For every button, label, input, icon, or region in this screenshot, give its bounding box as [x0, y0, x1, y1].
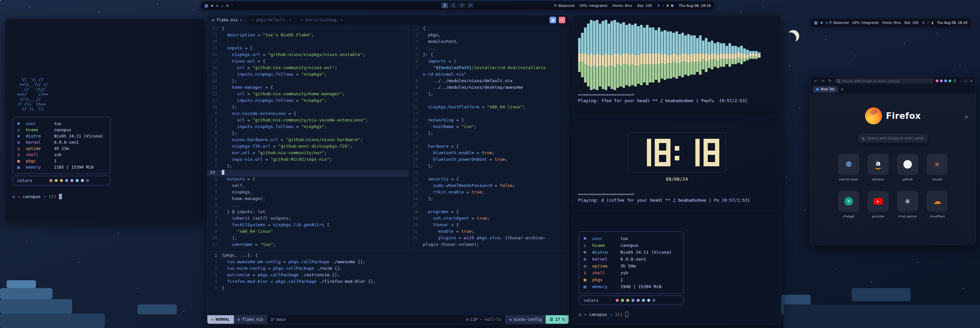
shortcut-tile[interactable]: ✳ [897, 191, 918, 212]
workspace-button-1[interactable]: 1 [442, 3, 448, 8]
shortcut-youtube[interactable]: ▶youtube [868, 191, 889, 218]
shortcut-amazon[interactable]: aamazon [868, 154, 889, 181]
tag-icon[interactable]: ● [826, 21, 828, 24]
code-line: 17 [409, 137, 569, 144]
shell-prompt[interactable]: ⌂→canopus~))) [13, 194, 197, 200]
visualizer-bar [743, 48, 746, 62]
newtab-search-bar[interactable] [858, 133, 928, 143]
tag-icon[interactable]: ■ [226, 4, 229, 7]
horizon-band [783, 304, 980, 328]
reload-button[interactable]: ↻ [827, 79, 833, 83]
close-button[interactable]: × [970, 79, 973, 83]
audio-visualizer [578, 20, 776, 90]
media-icon[interactable]: ♪ [662, 3, 664, 7]
buffer-pick-button[interactable]: ◉ [550, 17, 556, 23]
url-input[interactable] [842, 79, 931, 83]
shortcut-chat.openai[interactable]: ✳chat.openai [897, 191, 918, 218]
media-icon[interactable]: ♪ [927, 21, 929, 25]
terminal-window-fastfetch[interactable]: \\ \\ // ==\\__\\/ // // \\// ==// //== … [5, 19, 205, 222]
newtab-search-input[interactable] [867, 136, 924, 140]
shortcut-tile[interactable]: ✳ [838, 191, 859, 212]
tab-new-tab[interactable]: New Tab [813, 86, 838, 93]
notifications-icon[interactable]: ● [671, 3, 674, 7]
shortcut-label: cloudflare [927, 214, 948, 218]
shortcut-search.nixos[interactable]: ❆search.nixos [838, 154, 859, 181]
forward-button[interactable]: → [820, 79, 826, 83]
editor-pane-flake[interactable]: 22{21 description = "tux's NixOS Flake";… [207, 25, 409, 251]
shortcut-github[interactable]: github [897, 154, 918, 181]
network-icon[interactable]: ⇅ [922, 21, 924, 25]
shell-prompt[interactable]: ⌂→canopus~))) [579, 312, 775, 317]
extension-icon[interactable] [948, 79, 951, 82]
tag-icon[interactable]: ♪ [232, 4, 234, 7]
new-tab-button[interactable]: + [840, 87, 844, 92]
command-line[interactable] [207, 324, 569, 325]
minimize-button[interactable]: – [959, 79, 961, 83]
tab-close-button[interactable]: × [240, 18, 242, 22]
fetch-row: ❄distroNixOS 24.11 (Vicuna) [18, 133, 106, 139]
menu-icon[interactable]: ▦ [204, 3, 208, 8]
tag-list: ◆●▲■♪ [211, 4, 233, 7]
repo-icon: ◈ [509, 317, 511, 322]
code-line: 1 tux-awesome-wm-config = pkgs.callPacka… [207, 259, 569, 266]
tab-hosts-isoImag-[interactable]: ❆hosts/isoImag…× [296, 15, 347, 25]
firefox-window[interactable]: ← → ↻ ☰ – ▢ × New Tab + ⚙ Firefox ❆searc… [810, 76, 976, 245]
tab-close-button[interactable]: × [340, 18, 343, 22]
battery-icon[interactable]: ▮ [932, 21, 934, 25]
tab-close-button[interactable]: × [289, 18, 291, 22]
shortcut-tile[interactable]: ✳ [927, 154, 948, 175]
tag-icon[interactable]: ▲ [221, 4, 223, 7]
tag-icon[interactable]: ◆ [211, 4, 213, 7]
fetch-row: ⌂hnamecanopus [584, 242, 679, 249]
code-line: 1 outputs = { [207, 176, 408, 183]
color-dot [642, 299, 645, 302]
shortcut-tile[interactable]: a [868, 154, 889, 175]
tab-flake-nix[interactable]: ❆flake.nix× [207, 15, 247, 25]
code-line: 8 forAllSystems = nixpkgs.lib.genAttrs [ [207, 222, 408, 229]
shortcut-tile[interactable]: ☁ [927, 191, 948, 212]
extension-icon[interactable] [940, 79, 943, 82]
neovim-window[interactable]: ❆flake.nix×❆pkgs/default…×❆hosts/isoImag… [207, 15, 569, 325]
cloud [852, 288, 910, 301]
network-icon[interactable]: ⇅ [657, 3, 660, 7]
shortcut-tile[interactable]: ▶ [868, 191, 889, 212]
shortcut-chatgpt[interactable]: ✳chatgpt [838, 191, 859, 218]
shortcut-tile[interactable] [897, 154, 918, 175]
url-bar[interactable] [835, 78, 934, 84]
claude-icon: ✳ [934, 160, 940, 169]
terminal-window-clock[interactable]: 08/08/24 =====================> Playing:… [573, 114, 781, 212]
bar-clock: Thu Aug 08, 18:18 [679, 3, 711, 8]
code-line: 6 }; [207, 131, 408, 137]
personalize-gear-icon[interactable]: ⚙ [964, 114, 968, 119]
visualizer-bar [755, 51, 757, 59]
terminal-window-fastfetch-2[interactable]: ☻usertux⌂hnamecanopus❄distroNixOS 24.11 … [573, 215, 781, 325]
terminal-window-cava[interactable]: =====================> Playing: ffee for… [573, 15, 781, 112]
workspace-button-4[interactable]: 4 [467, 3, 474, 8]
extension-icon[interactable] [944, 79, 947, 82]
tag-icon[interactable]: ◆ [821, 21, 823, 24]
color-dot [60, 179, 63, 182]
code-line: 21 description = "tux's NixOS Flake"; [207, 32, 408, 39]
openai-icon: ✳ [905, 197, 910, 206]
status-bar-primary: ▦ ◆●▲■♪ 1234 P: BalancedGPU: IntegratedH… [201, 1, 714, 10]
visualizer-bar [670, 32, 672, 79]
code-line: 5}: { [409, 52, 569, 59]
editor-pane-iso[interactable]: 1{2 pkgs,3 modulesPath,4 ...5}: {6 impor… [409, 25, 569, 251]
extension-icon[interactable] [936, 79, 939, 82]
shortcut-claude[interactable]: ✳claude [927, 154, 948, 181]
back-button[interactable]: ← [813, 79, 818, 83]
workspace-button-2[interactable]: 2 [450, 3, 457, 8]
tag-icon[interactable]: ● [216, 4, 218, 7]
menu-icon[interactable]: ▦ [814, 20, 818, 25]
app-menu-icon[interactable]: ☰ [953, 79, 956, 83]
battery-icon[interactable]: ▮ [667, 3, 669, 7]
maximize-button[interactable]: ▢ [964, 79, 967, 83]
editor-pane-pkgs[interactable]: 1{pkgs, ...}: {1 tux-awesome-wm-config =… [207, 251, 569, 315]
buffer-close-button[interactable]: × [559, 17, 565, 23]
tab-pkgs-default-[interactable]: ❆pkgs/default…× [247, 15, 296, 25]
visualizer-bar [734, 46, 737, 64]
shortcut-cloudflare[interactable]: ☁cloudflare [927, 191, 948, 218]
workspace-button-3[interactable]: 3 [458, 3, 465, 8]
shortcut-tile[interactable]: ❆ [838, 154, 859, 175]
code-line: 11 [409, 98, 569, 105]
